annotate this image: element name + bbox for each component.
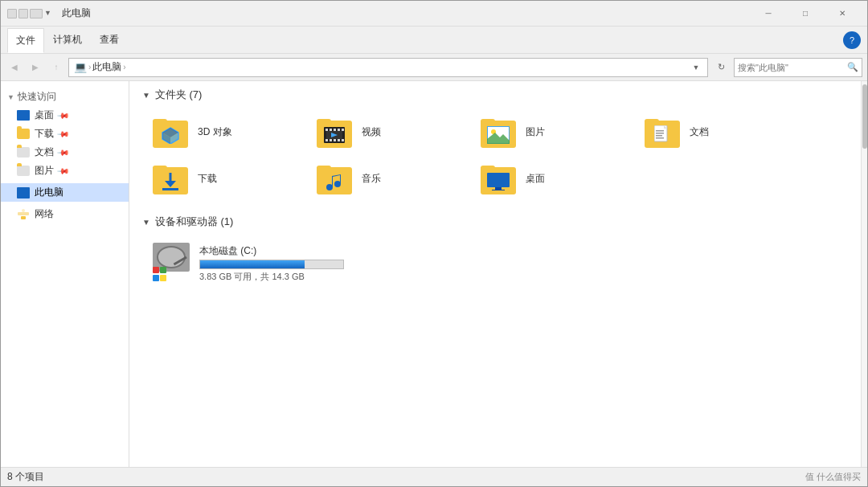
search-input[interactable]: [738, 63, 847, 72]
sidebar-item-network[interactable]: 网络: [1, 205, 129, 223]
sidebar-network-section: 网络: [1, 205, 129, 223]
pin-icon-desktop: 📌: [57, 108, 70, 121]
svg-rect-14: [330, 139, 332, 141]
refresh-button[interactable]: ↻: [711, 58, 731, 77]
path-arrow-1: ›: [88, 63, 91, 72]
devices-section-title: 设备和驱动器 (1): [155, 215, 234, 229]
quick-access-label: 快速访问: [18, 90, 56, 104]
folder-video-label: 视频: [362, 125, 381, 139]
svg-rect-15: [334, 139, 336, 141]
pin-icon-pictures: 📌: [57, 164, 70, 177]
drive-c[interactable]: 本地磁盘 (C:) 3.83 GB 可用，共 14.3 GB: [149, 239, 848, 287]
svg-rect-33: [495, 187, 502, 190]
title-icon-1: [7, 9, 17, 18]
sidebar-this-pc-label: 此电脑: [35, 186, 63, 199]
sidebar: ▼ 快速访问 桌面 📌 下载 📌 文档 📌: [1, 81, 129, 467]
title-bar-left: ▼ 此电脑: [7, 6, 750, 20]
folder-3d-objects[interactable]: 3D 对象: [149, 112, 293, 152]
devices-collapse-arrow[interactable]: ▼: [142, 218, 150, 227]
sidebar-quick-access-header[interactable]: ▼ 快速访问: [1, 88, 129, 106]
sidebar-this-pc-section: 此电脑: [1, 183, 129, 202]
address-input[interactable]: 💻 › 此电脑 › ▼: [68, 58, 708, 77]
sidebar-item-downloads[interactable]: 下载 📌: [1, 125, 129, 143]
desktop-folder-icon: [17, 110, 30, 121]
svg-rect-17: [342, 139, 344, 141]
folder-video-icon: [317, 116, 355, 148]
svg-rect-34: [492, 190, 505, 190]
folder-picture[interactable]: 图片: [477, 112, 621, 152]
pin-icon-documents: 📌: [57, 145, 70, 158]
svg-point-2: [22, 209, 25, 212]
folder-video[interactable]: 视频: [313, 112, 457, 152]
svg-rect-1: [18, 212, 29, 215]
drive-c-bar-container: [199, 260, 344, 269]
status-bar: 8 个项目 值 什么值得买: [1, 467, 867, 486]
scrollbar[interactable]: [861, 81, 867, 467]
address-bar: ◀ ▶ ↑ 💻 › 此电脑 › ▼ ↻ 🔍: [1, 54, 867, 81]
svg-rect-31: [162, 188, 178, 190]
address-path: 💻 › 此电脑 ›: [74, 60, 686, 74]
path-computer-icon: 💻: [74, 61, 87, 73]
window-title: 此电脑: [62, 6, 91, 20]
folder-desktop-label: 桌面: [526, 172, 545, 186]
svg-rect-13: [326, 139, 328, 141]
folder-document[interactable]: 文档: [641, 112, 785, 152]
back-button[interactable]: ◀: [6, 59, 23, 76]
sidebar-item-documents[interactable]: 文档 📌: [1, 143, 129, 162]
close-button[interactable]: ✕: [824, 1, 861, 27]
sidebar-item-desktop[interactable]: 桌面 📌: [1, 106, 129, 125]
up-button[interactable]: ↑: [47, 59, 65, 76]
item-count: 8 个项目: [7, 470, 44, 484]
svg-rect-27: [656, 135, 662, 137]
ribbon-tab-file[interactable]: 文件: [7, 28, 44, 53]
ribbon-tab-computer[interactable]: 计算机: [44, 27, 91, 52]
folders-collapse-arrow[interactable]: ▼: [142, 91, 150, 100]
watermark: 值 什么值得买: [805, 471, 861, 483]
scrollbar-thumb[interactable]: [862, 84, 867, 149]
devices-section-header: ▼ 设备和驱动器 (1): [142, 215, 848, 229]
svg-rect-0: [21, 216, 26, 219]
folder-picture-icon: [481, 116, 519, 148]
svg-marker-30: [165, 181, 176, 187]
drive-c-bar-fill: [200, 260, 305, 268]
sidebar-item-pictures[interactable]: 图片 📌: [1, 162, 129, 180]
explorer-window: ▼ 此电脑 ─ □ ✕ 文件 计算机 查看 ? ◀ ▶ ↑ 💻 › 此电脑 › …: [0, 0, 868, 487]
folders-grid: 3D 对象: [149, 112, 848, 198]
devices-section: ▼ 设备和驱动器 (1): [142, 215, 848, 287]
folder-desktop-icon: [481, 162, 519, 194]
drive-c-space: 3.83 GB 可用，共 14.3 GB: [199, 271, 344, 283]
folder-desktop[interactable]: 桌面: [477, 158, 621, 198]
drive-c-info: 本地磁盘 (C:) 3.83 GB 可用，共 14.3 GB: [199, 243, 344, 283]
svg-rect-28: [656, 137, 664, 139]
sidebar-item-this-pc[interactable]: 此电脑: [1, 183, 129, 202]
window-controls: ─ □ ✕: [750, 1, 861, 27]
svg-rect-26: [656, 133, 664, 134]
forward-button[interactable]: ▶: [27, 59, 44, 76]
downloads-folder-icon: [17, 129, 30, 139]
folder-document-icon: [645, 116, 683, 148]
minimize-button[interactable]: ─: [750, 1, 787, 27]
folder-music[interactable]: 音乐: [313, 158, 457, 198]
folders-section-title: 文件夹 (7): [155, 88, 203, 102]
sidebar-downloads-label: 下载: [35, 127, 54, 141]
title-dropdown-arrow[interactable]: ▼: [44, 9, 52, 18]
main-content: ▼ 快速访问 桌面 📌 下载 📌 文档 📌: [1, 81, 867, 467]
folder-3d-label: 3D 对象: [198, 125, 232, 139]
folder-document-label: 文档: [690, 125, 709, 139]
search-icon[interactable]: 🔍: [847, 62, 858, 72]
ribbon-tab-view[interactable]: 查看: [91, 27, 128, 52]
win-logo-red: [153, 267, 159, 273]
folder-music-icon: [317, 162, 355, 194]
sidebar-pictures-label: 图片: [35, 164, 54, 178]
path-this-pc: 此电脑: [92, 60, 121, 74]
svg-rect-8: [326, 129, 328, 131]
pictures-folder-icon: [17, 166, 30, 176]
title-icon-3: [30, 9, 43, 18]
search-box: 🔍: [734, 58, 862, 77]
win-logo-blue: [153, 275, 159, 281]
title-bar-icons: ▼: [7, 9, 52, 18]
help-button[interactable]: ?: [843, 31, 861, 49]
maximize-button[interactable]: □: [787, 1, 824, 27]
address-dropdown-button[interactable]: ▼: [690, 58, 702, 77]
folder-download[interactable]: 下载: [149, 158, 293, 198]
